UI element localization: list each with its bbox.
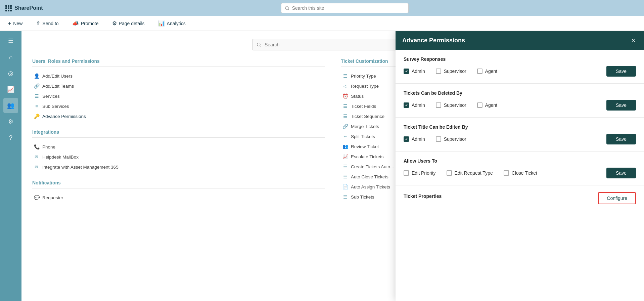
menu-item-requester[interactable]: 💬 Requester: [32, 192, 325, 203]
survey-supervisor-checkbox[interactable]: Supervisor: [436, 69, 466, 74]
plus-icon: +: [8, 20, 11, 27]
checkbox-unchecked-icon[interactable]: [477, 102, 482, 108]
menu-item-label: Request Type: [351, 84, 379, 89]
menu-item-services[interactable]: ☰ Services: [32, 91, 325, 101]
search-input-top[interactable]: [281, 3, 409, 13]
ticket-properties-row: Ticket Properties Configure: [396, 185, 644, 211]
menu-item-integrate-asset[interactable]: ✉ Integrate with Asset Management 365: [32, 162, 325, 172]
edit-request-type-checkbox[interactable]: Edit Request Type: [447, 170, 493, 176]
content-area: Users, Roles and Permissions 👤 Add/Edit …: [21, 31, 644, 301]
checkbox-unchecked-icon[interactable]: [504, 170, 509, 176]
panel-close-button[interactable]: ×: [629, 36, 637, 44]
menu-item-label: Auto Close Tickets: [351, 174, 388, 179]
sidebar-menu-toggle[interactable]: ☰: [3, 34, 18, 48]
close-ticket-checkbox[interactable]: Close Ticket: [504, 170, 537, 176]
menu-search-input[interactable]: [252, 39, 413, 50]
checkbox-unchecked-icon[interactable]: [404, 170, 409, 176]
menu-item-label: Helpdesk MailBox: [42, 155, 79, 160]
checkbox-label: Supervisor: [444, 69, 466, 74]
allow-users-save-button[interactable]: Save: [606, 168, 636, 178]
ticket-title-edited-title: Ticket Title Can be Edited By: [404, 124, 636, 130]
auto-assign-icon: 📄: [342, 184, 348, 189]
menu-item-phone[interactable]: 📞 Phone: [32, 142, 325, 152]
mailbox-icon: ✉: [34, 154, 40, 160]
menu-item-label: Integrate with Asset Management 365: [42, 165, 119, 170]
search-bar-top: [51, 3, 639, 13]
menu-item-label: Split Tickets: [351, 134, 375, 139]
sidebar-home[interactable]: ⌂: [3, 50, 18, 64]
notifications-section: Notifications 💬 Requester: [32, 180, 325, 203]
checkbox-label: Edit Priority: [412, 170, 436, 176]
request-type-icon: ◁: [342, 83, 348, 89]
sidebar-chart[interactable]: 📈: [3, 82, 18, 97]
menu-item-label: Review Ticket: [351, 144, 379, 149]
deleted-agent-checkbox[interactable]: Agent: [477, 102, 498, 108]
promote-icon: 📣: [72, 20, 79, 27]
checkbox-label: Close Ticket: [512, 170, 537, 176]
survey-agent-checkbox[interactable]: Agent: [477, 69, 498, 74]
send-to-button[interactable]: ⇧ Send to: [33, 19, 61, 28]
configure-button[interactable]: Configure: [598, 192, 636, 204]
tickets-deleted-save-button[interactable]: Save: [606, 100, 636, 111]
sidebar-help[interactable]: ?: [3, 130, 18, 145]
sub-tickets-icon: ☰: [342, 194, 348, 200]
sidebar-globe[interactable]: ◎: [3, 66, 18, 81]
deleted-admin-checkbox[interactable]: Admin: [404, 102, 425, 108]
edit-priority-checkbox[interactable]: Edit Priority: [404, 170, 436, 176]
checkbox-label: Supervisor: [444, 136, 466, 142]
menu-item-label: Ticket Fields: [351, 104, 376, 109]
allow-users-row: Allow Users To Edit Priority Edit Reques…: [396, 152, 644, 185]
escalate-icon: 📈: [342, 154, 348, 159]
sidebar-settings[interactable]: ⚙: [3, 114, 18, 129]
allow-users-title: Allow Users To: [404, 158, 636, 164]
survey-save-button[interactable]: Save: [606, 66, 636, 77]
tickets-deleted-row: Tickets Can be Deleted By Admin Supervis…: [396, 84, 644, 118]
menu-item-label: Requester: [42, 195, 63, 200]
merge-icon: 🔗: [342, 124, 348, 129]
panel-body: Survey Responses Admin Supervisor Age: [396, 50, 644, 301]
sidebar-group[interactable]: 👥: [3, 98, 18, 113]
promote-button[interactable]: 📣 Promote: [70, 19, 101, 28]
ticket-title-save-button[interactable]: Save: [606, 134, 636, 144]
checkbox-unchecked-icon[interactable]: [436, 102, 441, 108]
users-icon: 👤: [34, 73, 40, 79]
main-layout: ☰ ⌂ ◎ 📈 👥 ⚙ ? Users, Roles and Permissio…: [0, 31, 644, 301]
ticket-fields-icon: ☰: [342, 103, 348, 109]
page-details-button[interactable]: ⚙ Page details: [109, 19, 147, 28]
analytics-button[interactable]: 📊 Analytics: [155, 19, 188, 28]
phone-icon: 📞: [34, 144, 40, 149]
checkbox-unchecked-icon[interactable]: [477, 69, 482, 74]
toolbar: + New ⇧ Send to 📣 Promote ⚙ Page details…: [0, 16, 644, 31]
menu-item-label: Add/Edit Users: [42, 74, 73, 79]
menu-item-label: Auto Assign Tickets: [351, 184, 390, 189]
ticket-sequence-icon: ☰: [342, 114, 348, 119]
checkbox-unchecked-icon[interactable]: [436, 69, 441, 74]
survey-admin-checkbox[interactable]: Admin: [404, 69, 425, 74]
new-button[interactable]: + New: [5, 19, 25, 28]
title-admin-checkbox[interactable]: Admin: [404, 136, 425, 142]
menu-item-add-edit-teams[interactable]: 🔗 Add/Edit Teams: [32, 81, 325, 91]
checkbox-unchecked-icon[interactable]: [447, 170, 452, 176]
title-supervisor-checkbox[interactable]: Supervisor: [436, 136, 466, 142]
integrations-section: Integrations 📞 Phone ✉ Helpdesk MailBox …: [32, 129, 325, 172]
menu-item-advance-permissions[interactable]: 🔑 Advance Permissions: [32, 111, 325, 121]
panel-header: Advance Permissions ×: [396, 31, 644, 50]
checkbox-checked-icon[interactable]: [404, 136, 409, 142]
checkbox-checked-icon[interactable]: [404, 69, 409, 74]
menu-item-add-edit-users[interactable]: 👤 Add/Edit Users: [32, 71, 325, 81]
analytics-icon: 📊: [158, 20, 165, 27]
menu-item-sub-services[interactable]: ≡ Sub Services: [32, 101, 325, 111]
analytics-label: Analytics: [167, 21, 186, 26]
checkbox-checked-icon[interactable]: [404, 102, 409, 108]
auto-close-icon: ☰: [342, 174, 348, 179]
survey-responses-row: Survey Responses Admin Supervisor Age: [396, 50, 644, 84]
menu-item-helpdesk-mailbox[interactable]: ✉ Helpdesk MailBox: [32, 152, 325, 162]
survey-responses-title: Survey Responses: [404, 56, 636, 62]
menu-item-label: Add/Edit Teams: [42, 84, 74, 89]
menu-item-label: Ticket Sequence: [351, 114, 384, 119]
checkbox-unchecked-icon[interactable]: [436, 136, 441, 142]
menu-item-label: Sub Services: [42, 104, 69, 109]
tickets-deleted-controls: Admin Supervisor Agent Save: [404, 100, 636, 111]
section-title-users: Users, Roles and Permissions: [32, 58, 325, 67]
deleted-supervisor-checkbox[interactable]: Supervisor: [436, 102, 466, 108]
